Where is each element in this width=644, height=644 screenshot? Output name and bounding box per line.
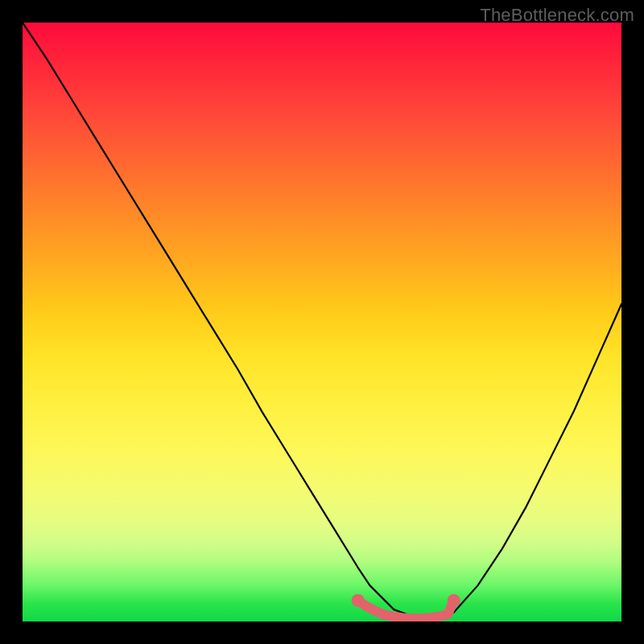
chart-container: TheBottleneck.com: [0, 0, 644, 644]
bottleneck-curve-line: [23, 23, 621, 618]
curve-svg: [23, 23, 621, 621]
optimal-zone-end-dot: [352, 594, 365, 607]
optimal-zone-dots: [352, 594, 460, 618]
optimal-zone-end-dot: [448, 594, 460, 607]
optimal-zone-band: [358, 601, 454, 618]
plot-area: [23, 23, 621, 621]
